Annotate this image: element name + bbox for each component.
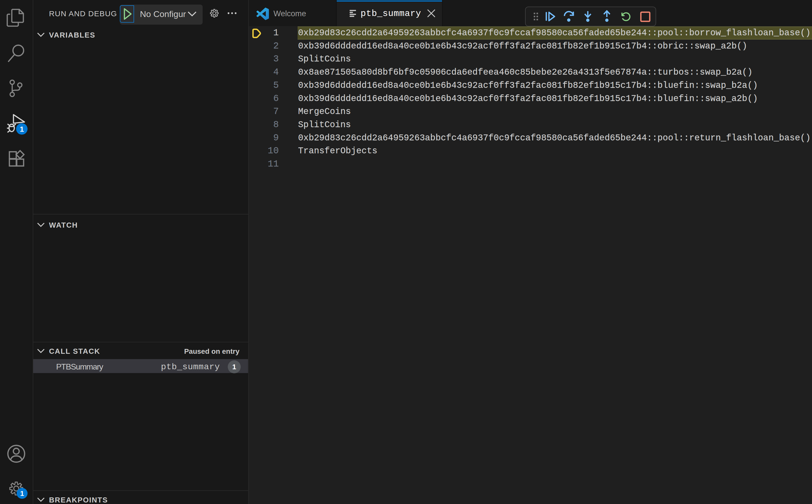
svg-text:1: 1 [20,490,24,497]
svg-text:1: 1 [20,125,24,133]
